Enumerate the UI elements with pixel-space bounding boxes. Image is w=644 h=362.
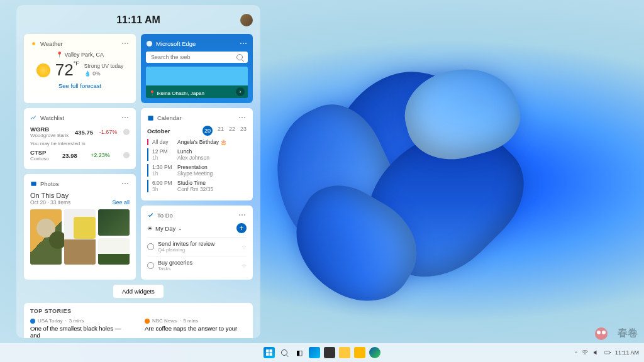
story-item[interactable]: USA Today · 3 mins One of the smallest b… [30, 318, 132, 338]
widgets-panel: 11:11 AM Weather ⋯ 📍 Valley Park, CA 72°… [16, 5, 260, 338]
event-title: Angela's Birthday 🎂 [177, 139, 227, 145]
stock-row[interactable]: CTSPContoso 23.98 +2.23% [30, 149, 130, 162]
photos-seeall-link[interactable]: See all [112, 199, 130, 206]
weather-meta: Strong UV today💧 0% [84, 63, 123, 77]
battery-icon[interactable] [604, 349, 611, 356]
more-icon[interactable]: ⋯ [238, 211, 247, 219]
add-widgets-button[interactable]: Add widgets [113, 285, 164, 298]
top-stories-widget[interactable]: TOP STORIES USA Today · 3 mins One of th… [24, 303, 253, 338]
story-time: 5 mins [183, 318, 198, 324]
watchlist-hint: You may be interested in [30, 141, 130, 146]
event-time: 12 PM1h [152, 148, 174, 161]
forecast-link[interactable]: See full forecast [30, 82, 130, 89]
source-dot-icon [30, 319, 35, 324]
star-icon[interactable]: ☆ [242, 263, 247, 269]
photos-heading: On This Day [30, 192, 130, 199]
search-icon[interactable] [236, 54, 243, 60]
location-pin-icon: 📍 [56, 52, 63, 58]
weather-title: Weather [40, 40, 118, 47]
search-input[interactable] [146, 52, 248, 63]
photo-thumbnail[interactable] [98, 209, 130, 265]
svg-rect-6 [266, 353, 269, 356]
event-title: Presentation [177, 164, 208, 170]
stock-price: 23.98 [62, 152, 77, 159]
system-tray: ^ 11:11 AM [575, 349, 639, 356]
edge-title: Microsoft Edge [156, 40, 236, 47]
widgets-button[interactable] [309, 347, 320, 358]
stock-change: -1.67% [99, 129, 118, 135]
next-arrow-icon[interactable]: › [236, 87, 245, 96]
calendar-day-active[interactable]: 20 [203, 126, 213, 136]
svg-rect-9 [610, 352, 611, 353]
todo-view-selector[interactable]: ☀ My Day ⌄ [147, 225, 182, 232]
calendar-month: October [147, 128, 170, 134]
svg-rect-8 [604, 351, 609, 354]
event-title: Studio Time [177, 180, 206, 186]
calendar-day[interactable]: 21 [218, 126, 224, 136]
calendar-title: Calendar [157, 114, 235, 121]
calendar-day[interactable]: 22 [229, 126, 235, 136]
taskbar-app[interactable] [354, 347, 365, 358]
todo-title: To Do [157, 212, 235, 219]
event-sub: Conf Rm 32/35 [177, 186, 213, 192]
stock-name: Contoso [30, 156, 49, 162]
chevron-down-icon: ⌄ [178, 226, 182, 231]
photos-icon [30, 180, 37, 187]
more-icon[interactable]: ⋯ [121, 39, 130, 48]
svg-point-0 [32, 42, 35, 45]
event-time: 1:30 PM1h [152, 164, 174, 177]
edge-caption-text: Ikema Ohashi, Japan [157, 90, 204, 96]
watermark-text: 春卷 [618, 327, 638, 340]
checkbox-icon[interactable] [147, 262, 154, 269]
calendar-day[interactable]: 23 [240, 126, 247, 136]
watermark-icon [595, 327, 608, 340]
photos-widget[interactable]: Photos ⋯ On This Day Oct 20 · 33 items S… [24, 174, 136, 280]
story-source: NBC News [152, 318, 177, 324]
tray-chevron-icon[interactable]: ^ [575, 350, 577, 356]
photo-thumbnail[interactable] [64, 209, 96, 265]
more-icon[interactable]: ⋯ [240, 39, 248, 48]
watchlist-widget[interactable]: Watchlist ⋯ WGRBWoodgrove Bank 435.75 -1… [24, 108, 136, 169]
edge-image[interactable]: 📍 Ikema Ohashi, Japan › [146, 67, 248, 98]
volume-icon[interactable] [592, 349, 600, 356]
task-view-button[interactable]: ◧ [294, 347, 305, 358]
calendar-event[interactable]: 12 PM1h LunchAlex Johnson [147, 148, 247, 161]
photo-thumbnail[interactable] [30, 209, 62, 265]
todo-widget[interactable]: To Do ⋯ ☀ My Day ⌄ + Send invites for re… [141, 206, 253, 280]
taskbar-app[interactable] [324, 347, 335, 358]
todo-item[interactable]: Send invites for reviewQ4 planning ☆ [147, 237, 247, 256]
svg-rect-2 [148, 116, 153, 120]
stock-price: 435.75 [75, 129, 93, 136]
stock-indicator-icon [123, 129, 130, 135]
calendar-event[interactable]: All day Angela's Birthday 🎂 [147, 139, 247, 145]
tray-time[interactable]: 11:11 AM [615, 349, 639, 356]
avatar[interactable] [240, 14, 253, 26]
todo-text: Send invites for review [158, 241, 215, 247]
stock-indicator-icon [123, 152, 130, 158]
todo-text: Buy groceries [158, 260, 192, 266]
calendar-event[interactable]: 6:00 PM3h Studio TimeConf Rm 32/35 [147, 180, 247, 192]
todo-sub: Tasks [158, 266, 192, 272]
explorer-button[interactable] [339, 347, 350, 358]
edge-widget[interactable]: Microsoft Edge ⋯ 📍 Ikema Ohashi, Japan › [141, 34, 253, 103]
more-icon[interactable]: ⋯ [121, 113, 130, 122]
start-button[interactable] [264, 347, 275, 358]
story-headline: One of the smallest black holes — and [30, 325, 132, 338]
wifi-icon[interactable] [581, 349, 589, 356]
todo-item[interactable]: Buy groceriesTasks ☆ [147, 256, 247, 275]
calendar-event[interactable]: 1:30 PM1h PresentationSkype Meeting [147, 164, 247, 177]
edge-button[interactable] [369, 347, 380, 358]
checkbox-icon[interactable] [147, 243, 154, 250]
event-sub: Skype Meeting [177, 170, 213, 177]
calendar-widget[interactable]: Calendar ⋯ October 20 21 22 23 All day A… [141, 108, 253, 200]
star-icon[interactable]: ☆ [242, 244, 247, 250]
search-field[interactable] [151, 54, 236, 60]
stock-row[interactable]: WGRBWoodgrove Bank 435.75 -1.67% [30, 126, 130, 138]
add-task-button[interactable]: + [236, 223, 247, 233]
story-item[interactable]: NBC News · 5 mins Are coffee naps the an… [145, 318, 247, 338]
event-time: 6:00 PM3h [152, 180, 174, 192]
more-icon[interactable]: ⋯ [121, 179, 130, 188]
more-icon[interactable]: ⋯ [238, 113, 247, 122]
search-button[interactable] [279, 347, 290, 358]
weather-widget[interactable]: Weather ⋯ 📍 Valley Park, CA 72°F Strong … [24, 34, 136, 103]
